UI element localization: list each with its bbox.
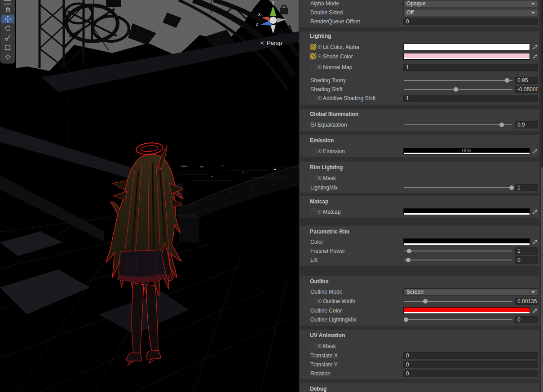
rotate-tool-button[interactable]	[1, 24, 14, 33]
texture-thumbnail[interactable]	[310, 53, 317, 60]
inspector-scrollbar[interactable]	[541, 0, 543, 392]
lighting-mix-slider[interactable]	[404, 187, 512, 188]
double-sided-dropdown[interactable]: Off	[403, 9, 538, 16]
rotation-field[interactable]: 0	[403, 370, 538, 377]
matcap-swatch[interactable]	[403, 208, 530, 215]
eyedropper-icon[interactable]	[532, 44, 539, 50]
fresnel-power-value[interactable]: 1	[515, 247, 538, 255]
slider-thumb[interactable]	[404, 317, 408, 322]
chevron-down-icon	[531, 291, 535, 293]
outline-lighting-mix-slider[interactable]	[404, 319, 512, 320]
texture-thumbnail[interactable]	[310, 44, 317, 50]
object-picker-icon[interactable]	[318, 176, 322, 180]
shading-toony-row: Shading Toony 0.95	[299, 76, 541, 85]
texture-slot[interactable]	[310, 64, 317, 70]
texture-slot[interactable]	[310, 175, 317, 181]
persp-chevron-icon[interactable]: <	[260, 40, 264, 46]
emission-swatch[interactable]: HDR	[403, 148, 530, 154]
rim-mask-label: Mask	[323, 174, 336, 183]
object-picker-icon[interactable]	[318, 210, 322, 214]
outline-color-row: Outline Color	[299, 306, 541, 315]
alpha-bar	[404, 153, 530, 154]
parametric-rim-color-row: Color	[299, 238, 541, 247]
eyedropper-icon[interactable]	[532, 53, 539, 60]
object-picker-icon[interactable]	[318, 54, 322, 58]
fresnel-power-slider[interactable]	[404, 251, 512, 251]
translate-y-field[interactable]: 0	[403, 361, 538, 368]
rect-tool-button[interactable]	[1, 43, 14, 52]
texture-slot[interactable]	[310, 298, 317, 304]
render-queue-field[interactable]: 0	[403, 18, 538, 25]
object-picker-icon[interactable]	[318, 65, 322, 69]
eyedropper-icon[interactable]	[532, 307, 539, 314]
outline-color-swatch[interactable]	[403, 307, 530, 314]
uv-mask-row: Mask	[299, 342, 541, 351]
scene-tools-overlay	[0, 0, 15, 64]
shade-color-swatch[interactable]	[403, 53, 530, 60]
gi-equalization-label: GI Equalization	[310, 120, 347, 129]
lift-value[interactable]: 0	[515, 256, 538, 264]
scene-view[interactable]: y x z < Persp	[0, 0, 299, 392]
scene-canvas: y x z < Persp	[0, 0, 299, 392]
gi-equalization-value[interactable]: 0.9	[515, 121, 538, 128]
move-tool-button[interactable]	[1, 15, 14, 23]
persp-label[interactable]: Persp	[267, 40, 282, 46]
overlay-handle[interactable]	[4, 0, 11, 4]
outline-width-slider[interactable]	[404, 301, 512, 302]
slider-thumb[interactable]	[423, 299, 428, 304]
object-picker-icon[interactable]	[318, 299, 322, 303]
shading-toony-slider[interactable]	[404, 80, 512, 81]
slider-thumb[interactable]	[407, 249, 411, 253]
section-block	[300, 383, 539, 392]
shading-toony-value[interactable]: 0.95	[515, 77, 538, 84]
outline-mode-dropdown[interactable]: Screen	[403, 288, 538, 295]
normal-map-field[interactable]: 1	[403, 64, 538, 71]
slider-thumb[interactable]	[406, 258, 411, 262]
parametric-rim-color-swatch[interactable]	[403, 238, 530, 245]
transform-tool-icon	[4, 53, 11, 60]
eyedropper-icon[interactable]	[532, 208, 539, 215]
hand-tool-button[interactable]	[1, 5, 14, 14]
additive-shading-shift-field[interactable]: 1	[403, 95, 538, 102]
lighting-mix-value[interactable]: 1	[515, 184, 538, 191]
scrollbar-thumb[interactable]	[541, 167, 543, 392]
transform-tool-button[interactable]	[1, 53, 14, 61]
outline-width-value[interactable]: 0.00135	[515, 298, 538, 305]
translate-y-label: Translate Y	[310, 360, 338, 369]
lighting-header: Lighting	[310, 31, 331, 40]
texture-slot[interactable]	[310, 95, 317, 101]
chevron-down-icon	[531, 12, 535, 14]
texture-slot[interactable]	[310, 148, 317, 154]
translate-x-field[interactable]: 0	[403, 352, 538, 359]
object-picker-icon[interactable]	[318, 96, 322, 100]
z-axis-label: z	[256, 22, 258, 26]
shade-color-row: Shade Color	[299, 52, 541, 61]
object-picker-icon[interactable]	[318, 344, 322, 348]
shading-shift-slider[interactable]	[404, 89, 512, 90]
lit-color-swatch[interactable]	[403, 44, 530, 50]
slider-thumb[interactable]	[499, 123, 504, 127]
emission-label: Emission	[323, 147, 345, 156]
object-picker-icon[interactable]	[318, 45, 322, 49]
alpha-bar	[404, 312, 530, 313]
lit-color-label: Lit Color, Alpha	[323, 43, 359, 52]
texture-slot[interactable]	[310, 208, 317, 215]
alpha-mode-dropdown[interactable]: Opaque	[403, 0, 538, 7]
gi-equalization-slider[interactable]	[404, 124, 512, 125]
translate-y-row: Translate Y 0	[299, 360, 541, 369]
eyedropper-icon[interactable]	[532, 238, 539, 245]
slider-thumb[interactable]	[454, 87, 458, 92]
slider-thumb[interactable]	[509, 185, 514, 190]
rim-lighting-header: Rim Lighting	[310, 163, 343, 172]
global-illumination-header: Global Illumination	[310, 110, 358, 119]
slider-thumb[interactable]	[505, 78, 509, 83]
chevron-down-icon	[531, 3, 535, 5]
scale-tool-button[interactable]	[1, 34, 14, 42]
texture-slot[interactable]	[310, 343, 317, 349]
object-picker-icon[interactable]	[318, 149, 322, 153]
outline-lighting-mix-value[interactable]: 0	[515, 316, 538, 323]
shading-shift-row: Shading Shift -0.05000	[299, 85, 541, 94]
eyedropper-icon[interactable]	[532, 148, 539, 154]
shading-shift-value[interactable]: -0.05000	[515, 86, 538, 93]
lift-slider[interactable]	[404, 260, 512, 260]
